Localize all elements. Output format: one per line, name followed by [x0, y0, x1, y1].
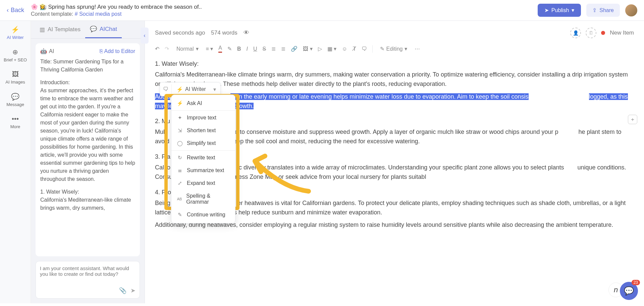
italic-button[interactable]: I: [247, 46, 248, 52]
chevron-left-icon: ‹: [7, 7, 9, 14]
dots-icon: •••: [12, 115, 19, 123]
dropdown-label: Ask AI: [187, 100, 202, 106]
add-schedule-button[interactable]: 🗓: [586, 28, 596, 38]
image-button[interactable]: 🖼 ▾: [303, 46, 312, 52]
ai-sec1-label: 1. Water Wisely:: [40, 189, 79, 195]
undo-button[interactable]: ↶: [155, 46, 159, 52]
para-3a: Mulc: [155, 129, 168, 135]
para-4a: Califo: [155, 164, 170, 171]
chevron-down-icon: ▾: [405, 46, 407, 52]
chevron-down-icon: ▾: [572, 7, 574, 13]
template-link[interactable]: # Social media post: [75, 11, 122, 17]
rail-message[interactable]: 💬 Message: [6, 93, 24, 107]
dropdown-label: Continue writing: [187, 212, 225, 218]
status-dot: [601, 31, 605, 35]
rail-ai-writer[interactable]: ⚡ AI Writer: [7, 26, 23, 40]
chevron-down-icon: ▾: [196, 46, 199, 52]
dropdown-label: Shorten text: [187, 128, 216, 134]
redo-button[interactable]: ↷: [165, 46, 169, 52]
rail-ai-images-label: AI Images: [5, 80, 25, 85]
strike-button[interactable]: S: [263, 46, 266, 52]
user-avatar[interactable]: [625, 4, 637, 16]
dropdown-label: Rewrite text: [187, 155, 215, 161]
dropdown-improve-text[interactable]: ✦Improve text: [171, 111, 235, 124]
back-button[interactable]: ‹ Back: [7, 7, 24, 14]
paragraph-style-select[interactable]: Normal ▾: [174, 44, 201, 53]
pencil-icon: ✎: [177, 212, 183, 218]
library-icon: ▥: [40, 26, 45, 33]
toolbar-separator: [372, 45, 373, 53]
expand-icon: ⤢: [177, 180, 183, 186]
share-button[interactable]: ⇪ Share: [586, 4, 620, 17]
numbered-list-button[interactable]: ≣: [281, 46, 285, 52]
ai-intro-body: As summer approaches, it's the perfect t…: [40, 88, 135, 182]
para-3b: e to conserve moisture and suppress weed…: [235, 129, 558, 135]
dropdown-ask-ai[interactable]: ⚡Ask AI: [171, 97, 235, 110]
add-to-editor-label: Add to Editor: [104, 48, 136, 54]
rail-brief-seo[interactable]: ⊕ Brief + SEO: [4, 48, 27, 62]
rail-more-label: More: [10, 124, 20, 129]
back-label: Back: [11, 7, 24, 14]
dropdown-simplify-text[interactable]: ◯Simplify text: [171, 137, 235, 150]
chevron-down-icon[interactable]: ▾: [211, 86, 219, 93]
insert-icon: ⎘: [100, 48, 103, 54]
tab-ai-chat-label: AIChat: [100, 26, 117, 33]
pill-add-comment-icon[interactable]: 🗨: [162, 84, 172, 94]
emoji-button[interactable]: ☺: [342, 46, 347, 52]
abc-icon: AB: [177, 197, 182, 201]
add-to-editor-button[interactable]: ⎘ Add to Editor: [100, 48, 136, 54]
ai-title-line: Title: Summer Gardening Tips for a Thriv…: [40, 58, 135, 74]
rail-more[interactable]: ••• More: [10, 115, 20, 129]
editing-mode-select[interactable]: ✎ Editing ▾: [378, 44, 410, 53]
dropdown-label: Summarize text: [187, 167, 224, 173]
comment-button[interactable]: 🗨: [362, 46, 367, 52]
tab-ai-chat[interactable]: 💬 AIChat: [85, 21, 122, 38]
para-4b: ic diversity translates into a wide arra…: [237, 164, 564, 171]
ai-writer-pill-button[interactable]: ⚡ AI Writer: [174, 86, 208, 93]
align-button[interactable]: ≡ ▾: [206, 46, 213, 52]
dropdown-shorten-text[interactable]: ⇲Shorten text: [171, 124, 235, 137]
text-color-button[interactable]: A: [218, 45, 222, 53]
bolt-icon: ⚡: [177, 100, 183, 106]
ai-sec1-body: California's Mediterranean-like climate …: [40, 197, 131, 211]
word-count: 574 words: [211, 30, 237, 36]
app-header: ‹ Back 🌸 👩‍🌾 Spring has sprung! Are you …: [0, 0, 644, 21]
ai-writer-pill: 🗨 ⚡ AI Writer ▾: [160, 82, 221, 96]
rail-ai-images[interactable]: 🖼 AI Images: [5, 70, 25, 85]
underline-button[interactable]: U: [253, 46, 257, 52]
bolt-icon: ⚡: [176, 86, 183, 93]
clear-format-button[interactable]: T̸: [353, 46, 356, 52]
ai-writer-pill-label: AI Writer: [185, 86, 206, 92]
highlight-button[interactable]: ✎: [227, 46, 232, 52]
add-comment-button[interactable]: ＋: [628, 115, 637, 124]
dropdown-expand-text[interactable]: ⤢Expand text: [171, 177, 235, 190]
dropdown-rewrite-text[interactable]: ↻Rewrite text: [171, 151, 235, 164]
collapse-icon: ⇲: [177, 128, 183, 134]
share-label: Share: [599, 7, 614, 13]
paragraph-style-label: Normal: [176, 46, 194, 52]
chat-widget-button[interactable]: 💬 23: [620, 282, 638, 300]
table-button[interactable]: ▦ ▾: [327, 46, 336, 52]
assistant-input[interactable]: [40, 265, 136, 286]
publish-button[interactable]: ➤ Publish ▾: [538, 4, 581, 17]
tab-ai-templates[interactable]: ▥ AI Templates: [35, 21, 85, 38]
status-label[interactable]: New Item: [610, 30, 634, 36]
dropdown-continue-writing[interactable]: ✎Continue writing: [171, 208, 235, 221]
add-collaborator-button[interactable]: 👤: [570, 28, 581, 38]
bold-button[interactable]: B: [237, 46, 241, 52]
circle-icon: ◯: [177, 140, 183, 146]
eye-icon[interactable]: 👁: [244, 30, 249, 36]
dropdown-label: Simplify text: [187, 140, 216, 146]
dropdown-spelling-grammar[interactable]: ABSpelling & Grammar: [171, 190, 235, 208]
dropdown-separator: [171, 150, 235, 151]
target-icon: ⊕: [12, 48, 18, 56]
link-button[interactable]: 🔗: [291, 46, 298, 52]
editor-toolbar: ↶ ↷ Normal ▾ ≡ ▾ A ✎ B I U S ≣ ≣ 🔗 🖼 ▾ ▷…: [155, 44, 634, 53]
dropdown-summarize-text[interactable]: ≣Summarize text: [171, 164, 235, 177]
attachment-icon[interactable]: 📎: [119, 287, 126, 294]
send-icon[interactable]: ➤: [130, 287, 136, 294]
ai-writer-dropdown: ⚡Ask AI ✦Improve text ⇲Shorten text ◯Sim…: [171, 95, 235, 223]
more-toolbar-button[interactable]: ⋯: [415, 46, 420, 52]
video-button[interactable]: ▷: [318, 46, 322, 52]
bullet-list-button[interactable]: ≣: [271, 46, 276, 52]
